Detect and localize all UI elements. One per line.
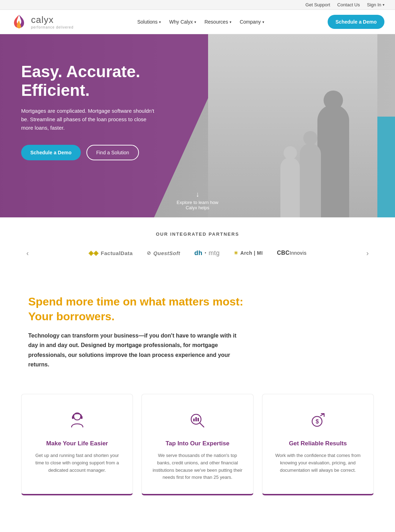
card-expertise-body: We serve thousands of the nation's top b…	[152, 452, 243, 481]
nav-why-calyx[interactable]: Why Calyx ▾	[169, 19, 196, 25]
nav-company[interactable]: Company ▾	[240, 19, 264, 25]
value-heading: Spend more time on what matters most: Yo…	[28, 295, 367, 324]
partners-title: OUR INTEGRATED PARTNERS	[21, 231, 374, 237]
header-schedule-button[interactable]: Schedule a Demo	[328, 15, 384, 29]
card-expertise-title: Tap Into Our Expertise	[152, 440, 243, 447]
svg-rect-1	[72, 416, 74, 419]
partner-factual: ◈◈ FactualData	[89, 249, 133, 257]
cbc-label: CBCInnovis	[277, 250, 306, 256]
nav-solutions[interactable]: Solutions ▾	[137, 19, 161, 25]
factual-label: FactualData	[101, 250, 133, 256]
partners-section: OUR INTEGRATED PARTNERS ‹ ◈◈ FactualData…	[0, 217, 395, 273]
svg-line-4	[200, 423, 204, 427]
hero-section: Easy. Accurate.Efficient. Mortgages are …	[0, 34, 395, 217]
dhmtg-dh: dh	[194, 249, 202, 257]
utility-bar: Get Support Contact Us Sign In ▾	[0, 0, 395, 10]
logo-tagline: performance delivered	[31, 25, 74, 29]
hero-heading: Easy. Accurate.Efficient.	[21, 62, 155, 100]
sign-in-label: Sign In	[367, 2, 381, 7]
get-support-link[interactable]: Get Support	[305, 2, 330, 7]
partner-dhmtg: dh · mtg	[194, 249, 220, 257]
sign-in-chevron: ▾	[383, 3, 384, 7]
logo-text-wrap: calyx performance delivered	[31, 14, 74, 29]
nav-why-calyx-chevron: ▾	[194, 20, 196, 24]
partners-carousel: ‹ ◈◈ FactualData ⊘ QuestSoft dh · mtg ✳ …	[21, 247, 374, 259]
card-results-body: Work with the confidence that comes from…	[272, 452, 364, 474]
hero-buttons: Schedule a Demo Find a Solution	[21, 145, 155, 160]
arch-label: Arch | MI	[241, 250, 263, 256]
value-heading-line1: Spend more time on what matters most:	[28, 295, 367, 309]
card-easier-icon	[65, 408, 90, 433]
nav-resources[interactable]: Resources ▾	[205, 19, 231, 25]
silhouette-child	[300, 143, 321, 217]
silhouette-adult	[317, 105, 349, 217]
hero-content: Easy. Accurate.Efficient. Mortgages are …	[21, 62, 155, 160]
card-easier: Make Your Life Easier Get up and running…	[21, 394, 133, 495]
svg-rect-2	[81, 416, 83, 419]
dhmtg-dot: ·	[205, 249, 207, 257]
partners-logos: ◈◈ FactualData ⊘ QuestSoft dh · mtg ✳ Ar…	[34, 249, 361, 257]
partner-arch: ✳ Arch | MI	[234, 250, 263, 256]
partner-questsoft: ⊘ QuestSoft	[147, 250, 180, 256]
questsoft-icon: ⊘	[147, 250, 151, 256]
svg-rect-6	[195, 417, 197, 421]
logo[interactable]: calyx performance delivered	[11, 13, 74, 30]
nav-solutions-chevron: ▾	[159, 20, 161, 24]
card-results-icon: $	[305, 408, 330, 433]
nav-company-chevron: ▾	[262, 20, 264, 24]
hero-explore-arrow: ↓	[177, 190, 219, 198]
value-section: Spend more time on what matters most: Yo…	[0, 273, 395, 383]
questsoft-label: QuestSoft	[153, 250, 180, 256]
svg-rect-7	[198, 418, 199, 421]
svg-text:$: $	[316, 419, 319, 425]
hero-find-button[interactable]: Find a Solution	[86, 145, 139, 160]
easier-svg-icon	[67, 410, 88, 431]
hero-subtext: Mortgages are complicated. Mortgage soft…	[21, 107, 155, 132]
hero-explore-text: Explore to learn howCalyx helps	[177, 200, 219, 210]
hero-explore[interactable]: ↓ Explore to learn howCalyx helps	[177, 190, 219, 210]
logo-icon	[11, 13, 28, 30]
svg-rect-5	[193, 419, 195, 421]
main-nav: Solutions ▾ Why Calyx ▾ Resources ▾ Comp…	[137, 19, 264, 25]
hero-photo-background	[208, 34, 377, 217]
card-expertise-icon	[185, 408, 210, 433]
value-body: Technology can transform your business—i…	[28, 331, 240, 369]
card-easier-title: Make Your Life Easier	[31, 440, 123, 447]
silhouette-small-child	[280, 157, 300, 217]
partner-cbc: CBCInnovis	[277, 250, 306, 256]
hero-schedule-button[interactable]: Schedule a Demo	[21, 145, 81, 160]
value-heading-line2: Your borrowers.	[28, 309, 367, 324]
dhmtg-mtg: mtg	[209, 249, 220, 257]
card-results-title: Get Reliable Results	[272, 440, 364, 447]
expertise-svg-icon	[187, 410, 208, 431]
feature-cards: Make Your Life Easier Get up and running…	[0, 383, 395, 516]
header: calyx performance delivered Solutions ▾ …	[0, 10, 395, 34]
card-expertise: Tap Into Our Expertise We serve thousand…	[141, 394, 253, 495]
card-easier-body: Get up and running fast and shorten your…	[31, 452, 123, 474]
factual-icon: ◈◈	[89, 249, 99, 257]
results-svg-icon: $	[307, 410, 328, 431]
hero-photo	[208, 34, 377, 217]
logo-name: calyx	[31, 14, 74, 25]
sign-in-dropdown[interactable]: Sign In ▾	[367, 2, 384, 7]
carousel-next-button[interactable]: ›	[361, 247, 374, 259]
contact-us-link[interactable]: Contact Us	[337, 2, 360, 7]
card-results: $ Get Reliable Results Work with the con…	[262, 394, 374, 495]
carousel-prev-button[interactable]: ‹	[21, 247, 34, 259]
nav-resources-chevron: ▾	[230, 20, 231, 24]
arch-icon: ✳	[234, 250, 238, 256]
